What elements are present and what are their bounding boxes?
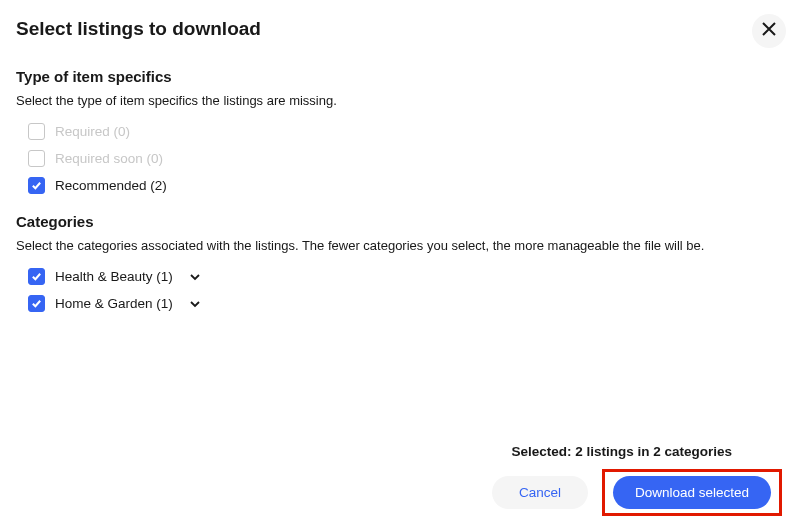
checkbox-checked[interactable]: [28, 295, 45, 312]
category-health-beauty[interactable]: Health & Beauty (1): [16, 263, 784, 290]
type-desc: Select the type of item specifics the li…: [16, 93, 784, 108]
category-label: Health & Beauty (1): [55, 269, 173, 284]
chevron-down-icon[interactable]: [189, 271, 201, 283]
chevron-down-icon[interactable]: [189, 298, 201, 310]
checkbox-unchecked: [28, 123, 45, 140]
option-label: Recommended (2): [55, 178, 167, 193]
button-row: Cancel Download selected: [492, 469, 782, 516]
option-recommended[interactable]: Recommended (2): [16, 172, 784, 199]
checkbox-checked[interactable]: [28, 177, 45, 194]
modal-footer: Selected: 2 listings in 2 categories Can…: [492, 444, 782, 516]
close-button[interactable]: [752, 14, 786, 48]
close-icon: [761, 21, 777, 41]
categories-desc: Select the categories associated with th…: [16, 238, 784, 253]
checkbox-unchecked: [28, 150, 45, 167]
download-selected-button[interactable]: Download selected: [613, 476, 771, 509]
selected-summary: Selected: 2 listings in 2 categories: [511, 444, 782, 459]
option-required: Required (0): [16, 118, 784, 145]
option-label: Required (0): [55, 124, 130, 139]
category-label: Home & Garden (1): [55, 296, 173, 311]
option-label: Required soon (0): [55, 151, 163, 166]
option-required-soon: Required soon (0): [16, 145, 784, 172]
modal-title: Select listings to download: [16, 18, 784, 40]
category-home-garden[interactable]: Home & Garden (1): [16, 290, 784, 317]
categories-heading: Categories: [16, 213, 784, 230]
download-highlight: Download selected: [602, 469, 782, 516]
cancel-button[interactable]: Cancel: [492, 476, 588, 509]
checkbox-checked[interactable]: [28, 268, 45, 285]
type-heading: Type of item specifics: [16, 68, 784, 85]
